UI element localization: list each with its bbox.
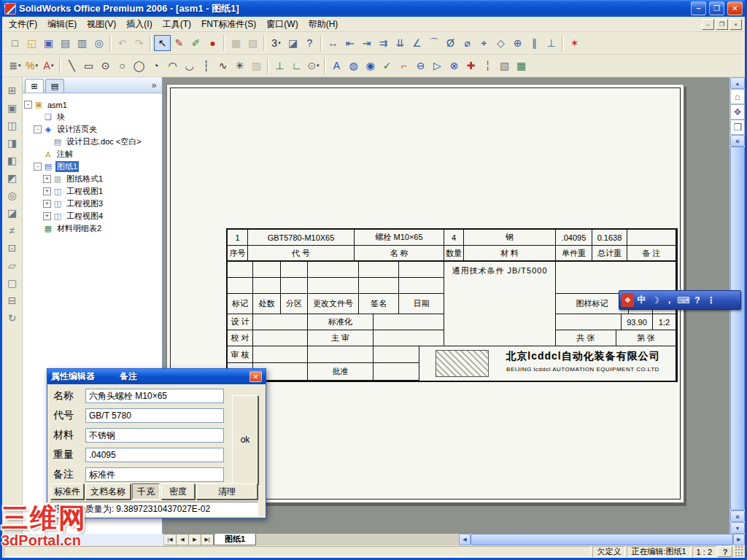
tree-item-label[interactable]: 图纸格式1 [65,174,104,184]
model-view-button[interactable]: ▣ [4,99,21,116]
menu-item[interactable]: 工具(T) [158,17,196,32]
tables-button[interactable]: ▦ [513,58,530,74]
auto-balloon-button[interactable]: ◉ [362,58,379,74]
tree-item[interactable]: +▥图纸格式1 [23,173,162,185]
layer-properties-combo[interactable]: ≣▾ [7,58,23,74]
ime-logo-icon[interactable]: ❖ [622,293,634,307]
hole-callout-button[interactable]: ⌖ [476,35,492,51]
geometric-tolerance2-button[interactable]: ⊖ [412,58,429,74]
panel-expand-chevron-icon[interactable]: » [148,79,160,91]
empty-view-button[interactable]: ▢ [4,274,21,291]
perimeter-circle-button[interactable]: ○ [114,58,131,74]
diameter-dimension-button[interactable]: Ø [442,35,459,51]
scroll-right-icon[interactable]: ▶ [733,534,745,545]
save-button[interactable]: ▣ [40,35,57,51]
select-arrow-button[interactable]: ↖ [154,35,171,51]
bom-insert-button[interactable]: ▧ [244,35,261,51]
circle-button[interactable]: ⊙ [97,58,114,74]
tree-expander[interactable]: + [43,200,51,208]
help-button[interactable]: ? [301,35,318,51]
code-field[interactable] [85,408,224,423]
tree-item-label[interactable]: 工程视图3 [65,198,104,209]
sheet-scale-combo[interactable]: 3▾ [268,35,285,51]
sketch-button[interactable]: ✎ [171,35,187,51]
spline-button[interactable]: ∿ [214,58,231,74]
tree-expander[interactable]: - [34,125,42,133]
record-macro-button[interactable]: ● [204,35,221,51]
tree-item[interactable]: +◫工程视图1 [23,185,162,198]
weld-symbol-button[interactable]: ⌐ [395,58,412,74]
note-field[interactable] [85,467,224,482]
ime-keyboard-icon[interactable]: ⌨ [677,293,689,307]
vertical-scroll-track[interactable] [730,147,745,510]
horizontal-scrollbar[interactable]: ◀ ▶ [459,534,745,545]
baseline-dimension-button[interactable]: ⇉ [375,35,392,51]
menu-item[interactable]: FNT标准件(S) [196,17,261,32]
ime-chinese-mode[interactable]: 中 [635,293,648,307]
hatch-button[interactable]: ▨ [248,58,265,74]
scroll-down-icon[interactable]: ▼ [730,522,745,534]
sheet-nav-prev-button[interactable]: ◀ [177,534,189,545]
tree-item-label[interactable]: 设计活页夹 [55,124,98,135]
tree-item[interactable]: +◫工程视图3 [23,198,162,210]
auxiliary-view-button[interactable]: ◨ [4,134,21,151]
partial-ellipse-button[interactable]: ◔ [147,58,164,74]
line-format-combo[interactable]: %▾ [23,58,40,74]
feature-manager-tab[interactable]: ⊞ [25,79,44,93]
add-relation-button[interactable]: ⊥ [271,58,288,74]
ime-options-icon[interactable]: ⋮ [705,293,717,307]
broken-out-section-button[interactable]: ◪ [4,204,21,221]
tree-item-label[interactable]: 工程视图1 [65,186,104,197]
crop-view-button[interactable]: ⊡ [4,239,21,256]
tree-item-label[interactable]: 注解 [55,149,74,160]
centerline-annotation-button[interactable]: ╎ [479,58,496,74]
ime-halfwidth-icon[interactable]: ☽ [649,293,662,307]
undo-button[interactable]: ↶ [114,35,131,51]
redo-button[interactable]: ↷ [131,35,147,51]
print-button[interactable]: ▤ [57,35,74,51]
point-button[interactable]: ✳ [231,58,248,74]
geometric-tolerance-button[interactable]: ⊕ [509,35,526,51]
menu-item[interactable]: 文件(F) [4,17,42,32]
horizontal-scroll-track[interactable] [471,534,733,545]
ordinate-dimension-button[interactable]: ⇊ [392,35,409,51]
menu-item[interactable]: 插入(I) [121,17,157,32]
ime-punctuation-icon[interactable]: ， [663,293,676,307]
ok-button[interactable]: ok [232,395,258,484]
customize-tool-button[interactable]: ✶ [566,35,583,51]
menu-item[interactable]: 编辑(E) [42,17,82,32]
child-minimize-icon[interactable]: – [702,19,714,30]
tree-expander[interactable]: + [43,187,51,195]
close-icon[interactable]: ✕ [727,1,743,15]
break-view-button[interactable]: ≠ [4,222,21,238]
help-button[interactable]: ? [718,546,732,557]
tangent-arc-button[interactable]: ◠ [164,58,181,74]
tree-item-label[interactable]: 块 [55,112,66,122]
open-button[interactable]: ◱ [23,35,40,51]
tree-item-label[interactable]: 图纸1 [55,161,79,172]
aligned-section-view-button[interactable]: ◩ [4,169,21,186]
restore-icon[interactable]: ❐ [709,1,724,15]
tree-item[interactable]: -◈设计活页夹 [23,123,162,136]
scroll-up-icon[interactable]: ▲ [730,77,745,89]
font-combo[interactable]: A▾ [40,58,57,74]
predefined-view-button[interactable]: ⊟ [4,292,21,308]
ellipse-button[interactable]: ◯ [131,58,147,74]
minimize-icon[interactable]: – [691,1,706,15]
rectangle-button[interactable]: ▭ [80,58,97,74]
tree-item[interactable]: A注解 [23,148,162,160]
display-relations-button[interactable]: ∟ [288,58,305,74]
ime-help-icon[interactable]: ? [691,293,703,307]
datum-target-button[interactable]: ⊗ [446,58,462,74]
tree-item[interactable]: ▦材料明细表2 [23,222,162,235]
tree-item[interactable]: ▤设计日志.doc <空白> [23,136,162,148]
alternate-position-button[interactable]: ▱ [4,257,21,273]
parallel-dimension-button[interactable]: ∥ [526,35,543,51]
tree-item-label[interactable]: 工程视图4 [65,211,104,222]
child-restore-icon[interactable]: ❐ [716,19,728,30]
sheet-tab[interactable]: 图纸1 [214,534,256,545]
scroll-left-icon[interactable]: ◀ [459,534,471,545]
collapse-taskpane-icon[interactable]: « [730,135,745,147]
menu-item[interactable]: 视图(V) [82,17,121,32]
print-setup-button[interactable]: ▥ [74,35,90,51]
